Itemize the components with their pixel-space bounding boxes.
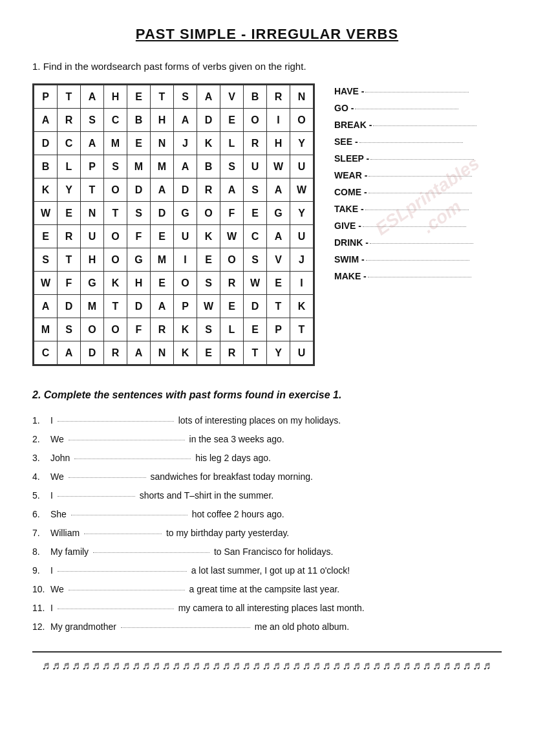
list-item: 12. My grandmother me an old photo album… <box>32 621 502 632</box>
list-item: 11. I my camera to all interesting place… <box>32 603 502 613</box>
grid-cell: B <box>197 155 220 178</box>
verb-item: HAVE - <box>334 86 476 96</box>
grid-cell: B <box>127 109 151 132</box>
grid-cell: C <box>58 132 81 155</box>
grid-cell: K <box>290 295 314 318</box>
list-item: 7. William to my birthday party yesterda… <box>32 528 502 538</box>
grid-cell: G <box>81 272 104 295</box>
grid-cell: O <box>197 202 220 225</box>
verb-item: SWIM - <box>334 254 476 265</box>
grid-cell: M <box>34 318 58 341</box>
grid-cell: D <box>34 132 58 155</box>
grid-cell: P <box>34 85 58 109</box>
grid-cell: R <box>104 341 127 365</box>
grid-cell: C <box>244 225 267 248</box>
grid-cell: H <box>81 248 104 272</box>
grid-cell: A <box>151 178 174 202</box>
grid-cell: T <box>58 248 81 272</box>
grid-cell: A <box>34 109 58 132</box>
grid-cell: E <box>267 272 290 295</box>
grid-cell: E <box>244 318 267 341</box>
grid-cell: Y <box>267 341 290 365</box>
grid-cell: E <box>127 85 151 109</box>
grid-cell: D <box>127 178 151 202</box>
verb-item: MAKE - <box>334 271 476 281</box>
grid-cell: A <box>220 178 244 202</box>
grid-cell: M <box>104 132 127 155</box>
grid-cell: S <box>81 109 104 132</box>
grid-cell: I <box>174 248 197 272</box>
grid-cell: E <box>220 109 244 132</box>
grid-cell: L <box>220 132 244 155</box>
grid-cell: E <box>220 295 244 318</box>
grid-cell: K <box>174 318 197 341</box>
grid-cell: S <box>197 272 220 295</box>
grid-cell: Y <box>290 132 314 155</box>
grid-cell: E <box>244 202 267 225</box>
grid-cell: R <box>58 225 81 248</box>
grid-cell: R <box>151 318 174 341</box>
list-item: 9. I a lot last summer, I got up at 11 o… <box>32 565 502 576</box>
list-item: 10. We a great time at the campsite last… <box>32 584 502 594</box>
verb-item: GIVE - <box>334 221 476 231</box>
list-item: 1. I lots of interesting places on my ho… <box>32 415 502 426</box>
grid-cell: D <box>174 178 197 202</box>
grid-cell: D <box>197 109 220 132</box>
grid-cell: D <box>127 295 151 318</box>
grid-cell: E <box>127 132 151 155</box>
grid-cell: T <box>290 318 314 341</box>
grid-cell: P <box>267 318 290 341</box>
grid-cell: K <box>174 341 197 365</box>
grid-cell: C <box>34 341 58 365</box>
grid-cell: U <box>290 155 314 178</box>
grid-cell: N <box>151 341 174 365</box>
grid-cell: Y <box>58 178 81 202</box>
grid-cell: M <box>127 155 151 178</box>
grid-cell: O <box>104 248 127 272</box>
sentences-list: 1. I lots of interesting places on my ho… <box>32 415 502 632</box>
grid-cell: R <box>197 178 220 202</box>
verb-item: GO - <box>334 103 476 113</box>
grid-cell: R <box>244 132 267 155</box>
grid-cell: N <box>151 132 174 155</box>
grid-cell: I <box>267 109 290 132</box>
grid-cell: A <box>197 85 220 109</box>
grid-cell: W <box>34 202 58 225</box>
grid-cell: G <box>267 202 290 225</box>
grid-cell: E <box>151 225 174 248</box>
grid-cell: W <box>290 178 314 202</box>
wordsearch-section: PTAHETSAVBRNARSCBHADEOIODCAMENJKLRHYBLPS… <box>32 83 502 366</box>
grid-cell: R <box>58 109 81 132</box>
grid-cell: A <box>267 178 290 202</box>
grid-cell: T <box>104 295 127 318</box>
grid-cell: E <box>197 248 220 272</box>
grid-cell: A <box>58 341 81 365</box>
grid-cell: T <box>267 295 290 318</box>
grid-cell: J <box>290 248 314 272</box>
grid-cell: V <box>220 85 244 109</box>
grid-cell: E <box>34 225 58 248</box>
grid-cell: L <box>220 318 244 341</box>
grid-wrapper: PTAHETSAVBRNARSCBHADEOIODCAMENJKLRHYBLPS… <box>32 83 315 366</box>
grid-cell: D <box>151 202 174 225</box>
grid-cell: D <box>244 295 267 318</box>
grid-cell: O <box>290 109 314 132</box>
grid-cell: R <box>267 85 290 109</box>
grid-cell: A <box>267 225 290 248</box>
grid-cell: O <box>104 178 127 202</box>
grid-cell: S <box>104 155 127 178</box>
grid-cell: H <box>267 132 290 155</box>
grid-cell: W <box>197 295 220 318</box>
grid-cell: A <box>81 132 104 155</box>
grid-cell: B <box>244 85 267 109</box>
grid-cell: S <box>127 202 151 225</box>
verb-item: SLEEP - <box>334 153 476 164</box>
grid-cell: O <box>104 318 127 341</box>
grid-cell: A <box>81 85 104 109</box>
grid-cell: L <box>58 155 81 178</box>
grid-cell: F <box>220 202 244 225</box>
grid-cell: M <box>81 295 104 318</box>
grid-cell: S <box>58 318 81 341</box>
grid-cell: H <box>104 85 127 109</box>
grid-cell: T <box>151 85 174 109</box>
